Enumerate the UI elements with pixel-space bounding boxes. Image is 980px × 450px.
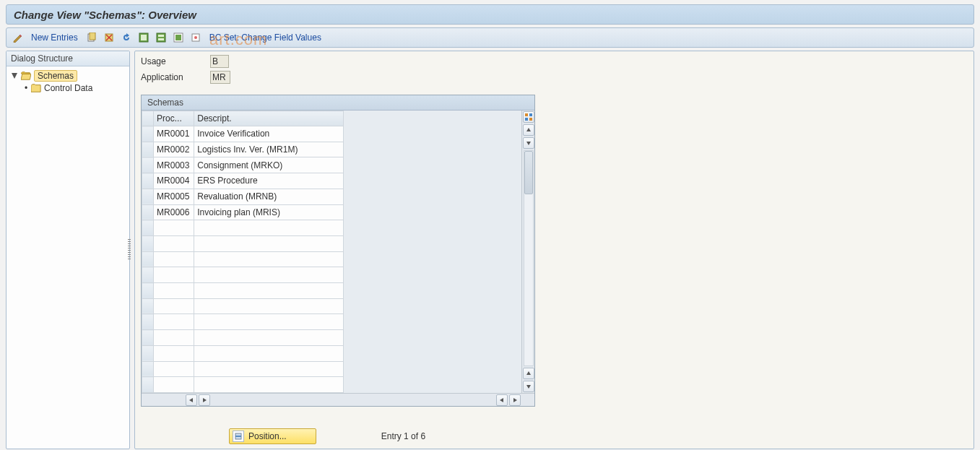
scroll-up2-icon[interactable]: [523, 368, 534, 379]
cell-proc[interactable]: MR0004: [154, 173, 194, 189]
schemas-table-title: Schemas: [142, 95, 534, 111]
cell-empty: [194, 235, 344, 251]
row-select-button[interactable]: [142, 314, 154, 330]
scroll-thumb-v[interactable]: [524, 151, 533, 194]
tree-node-schemas[interactable]: Schemas: [9, 69, 126, 82]
table-row[interactable]: MR0003Consignment (MRKO): [142, 157, 344, 173]
cell-proc[interactable]: MR0003: [154, 157, 194, 173]
svg-marker-14: [12, 73, 17, 79]
row-select-button[interactable]: [142, 377, 154, 393]
scroll-left2-icon[interactable]: [496, 394, 508, 406]
table-row-empty: [142, 251, 344, 267]
content-area: Usage Application Schemas Proc... Descri…: [134, 51, 974, 449]
row-select-button[interactable]: [142, 251, 154, 267]
table-horizontal-scrollbar[interactable]: [142, 393, 534, 406]
cell-proc[interactable]: MR0002: [154, 142, 194, 157]
undo-icon[interactable]: [120, 31, 133, 44]
bc-set-button[interactable]: BC Set: Change Field Values: [207, 33, 324, 43]
table-row-empty: [142, 235, 344, 251]
cell-desc[interactable]: Revaluation (MRNB): [194, 189, 344, 204]
cell-empty: [154, 377, 194, 393]
dialog-structure-panel: Dialog Structure Schemas • Control Data: [6, 51, 130, 449]
select-all-icon[interactable]: [137, 31, 150, 44]
table-row-empty: [142, 220, 344, 236]
svg-point-13: [194, 36, 197, 39]
row-select-button[interactable]: [142, 189, 154, 204]
row-select-button[interactable]: [142, 126, 154, 142]
row-select-button[interactable]: [142, 361, 154, 377]
scroll-right-icon[interactable]: [199, 394, 210, 406]
svg-marker-26: [513, 398, 517, 402]
cell-proc[interactable]: MR0001: [154, 126, 194, 142]
row-select-button[interactable]: [142, 330, 154, 346]
table-row[interactable]: MR0006Invoicing plan (MRIS): [142, 204, 344, 220]
table-vertical-scrollbar[interactable]: [521, 111, 534, 393]
select-block-icon[interactable]: [155, 31, 168, 44]
page-title-text: Change View "Schemas": Overview: [14, 9, 196, 21]
row-select-button[interactable]: [142, 204, 154, 220]
cell-empty: [154, 330, 194, 346]
position-button[interactable]: Position...: [229, 428, 316, 444]
col-header-desc[interactable]: Descript.: [194, 111, 344, 126]
cell-proc[interactable]: MR0005: [154, 189, 194, 204]
cell-desc[interactable]: ERS Procedure: [194, 173, 344, 189]
expand-collapse-icon[interactable]: [11, 72, 18, 79]
row-select-button[interactable]: [142, 267, 154, 283]
entry-count-label: Entry 1 of 6: [381, 431, 425, 441]
cell-desc[interactable]: Logistics Inv. Ver. (MR1M): [194, 142, 344, 157]
cell-empty: [154, 220, 194, 236]
scroll-down2-icon[interactable]: [523, 381, 534, 392]
cell-empty: [194, 283, 344, 299]
scroll-left-icon[interactable]: [186, 394, 197, 406]
application-input[interactable]: [210, 71, 230, 84]
table-row-empty: [142, 345, 344, 361]
row-select-button[interactable]: [142, 220, 154, 236]
usage-input[interactable]: [210, 55, 229, 68]
config-icon[interactable]: [189, 31, 202, 44]
dialog-structure-tree: Schemas • Control Data: [6, 66, 129, 97]
row-select-button[interactable]: [142, 142, 154, 157]
schemas-table-container: Schemas Proc... Descript. MR0001Invoice …: [141, 95, 535, 407]
svg-rect-16: [529, 113, 532, 116]
deselect-all-icon[interactable]: [172, 31, 185, 44]
svg-marker-20: [526, 142, 531, 145]
row-select-button[interactable]: [142, 235, 154, 251]
table-configure-icon[interactable]: [523, 111, 534, 123]
row-select-button[interactable]: [142, 283, 154, 299]
table-row[interactable]: MR0005Revaluation (MRNB): [142, 189, 344, 204]
cell-empty: [194, 377, 344, 393]
cell-empty: [194, 345, 344, 361]
scroll-right2-icon[interactable]: [509, 394, 521, 406]
svg-rect-15: [525, 113, 528, 116]
row-select-button[interactable]: [142, 173, 154, 189]
row-select-all-header[interactable]: [142, 111, 154, 126]
delete-icon[interactable]: [103, 31, 116, 44]
application-field-row: Application: [141, 70, 230, 85]
new-entries-button[interactable]: New Entries: [28, 33, 81, 43]
cell-desc[interactable]: Invoice Verification: [194, 126, 344, 142]
application-label: Application: [141, 72, 206, 82]
scroll-track-v[interactable]: [524, 150, 534, 366]
cell-desc[interactable]: Consignment (MRKO): [194, 157, 344, 173]
page-title: Change View "Schemas": Overview: [6, 4, 974, 25]
cell-desc[interactable]: Invoicing plan (MRIS): [194, 204, 344, 220]
svg-marker-21: [526, 371, 531, 375]
table-row[interactable]: MR0002Logistics Inv. Ver. (MR1M): [142, 142, 344, 157]
scroll-up-icon[interactable]: [523, 124, 534, 136]
scroll-down-icon[interactable]: [523, 137, 534, 149]
cell-proc[interactable]: MR0006: [154, 204, 194, 220]
svg-marker-24: [203, 398, 207, 402]
cell-empty: [154, 251, 194, 267]
row-select-button[interactable]: [142, 345, 154, 361]
copy-as-icon[interactable]: [85, 31, 98, 44]
svg-marker-23: [189, 398, 193, 402]
table-row[interactable]: MR0001Invoice Verification: [142, 126, 344, 142]
tree-node-control-data[interactable]: • Control Data: [9, 82, 126, 94]
folder-open-icon: [21, 72, 31, 80]
row-select-button[interactable]: [142, 298, 154, 314]
row-select-button[interactable]: [142, 157, 154, 173]
splitter-handle[interactable]: [128, 239, 131, 261]
table-row[interactable]: MR0004ERS Procedure: [142, 173, 344, 189]
display-change-toggle-icon[interactable]: [11, 31, 24, 44]
col-header-proc[interactable]: Proc...: [154, 111, 194, 126]
